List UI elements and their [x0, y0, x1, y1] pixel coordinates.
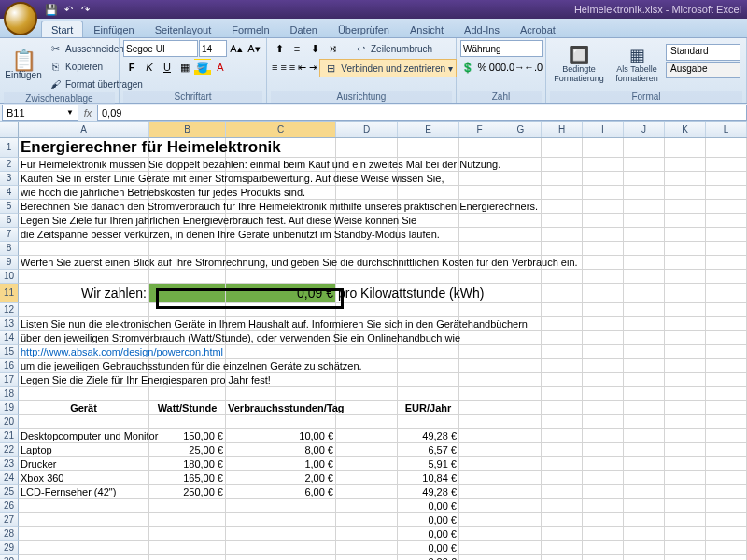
col-header-K[interactable]: K — [665, 122, 706, 137]
cell[interactable]: über den jeweiligen Stromverbrauch (Watt… — [19, 331, 149, 344]
cell[interactable] — [665, 373, 706, 386]
row-header-20[interactable]: 20 — [0, 415, 19, 429]
cell[interactable]: LCD-Fernseher (42") — [19, 485, 149, 498]
align-bottom-icon[interactable]: ⬇ — [306, 40, 323, 57]
row-header-15[interactable]: 15 — [0, 345, 19, 359]
row-header-8[interactable]: 8 — [0, 242, 19, 256]
cell[interactable] — [665, 158, 706, 171]
select-all-corner[interactable] — [0, 122, 19, 137]
cell[interactable] — [665, 499, 706, 512]
row-header-7[interactable]: 7 — [0, 228, 19, 242]
cell[interactable] — [624, 228, 665, 241]
cell[interactable] — [149, 387, 226, 400]
cell[interactable] — [459, 228, 500, 241]
cell[interactable] — [583, 471, 624, 484]
cell[interactable] — [459, 359, 500, 372]
align-middle-icon[interactable]: ≡ — [289, 40, 305, 57]
cell[interactable] — [624, 527, 665, 540]
cell[interactable] — [542, 359, 583, 372]
cell[interactable] — [19, 527, 149, 540]
cell[interactable] — [500, 513, 542, 526]
cell[interactable] — [706, 284, 747, 302]
cell[interactable] — [336, 401, 398, 414]
cell[interactable] — [336, 541, 398, 554]
row-header-5[interactable]: 5 — [0, 200, 19, 214]
cell[interactable]: 5,91 € — [398, 457, 459, 470]
cell[interactable] — [624, 186, 665, 199]
cell[interactable]: Berechnen Sie danach den Stromverbrauch … — [19, 200, 149, 213]
row-header-14[interactable]: 14 — [0, 331, 19, 345]
cell[interactable] — [542, 443, 583, 456]
cell[interactable] — [665, 471, 706, 484]
cell[interactable] — [624, 200, 665, 213]
cell[interactable] — [500, 527, 542, 540]
cell[interactable] — [583, 499, 624, 512]
cell[interactable] — [583, 303, 624, 316]
comma-icon[interactable]: 000 — [489, 59, 506, 76]
cell[interactable] — [542, 172, 583, 185]
cell[interactable] — [459, 172, 500, 185]
cell[interactable] — [706, 359, 747, 372]
tab-start[interactable]: Start — [41, 21, 83, 37]
cell[interactable] — [583, 228, 624, 241]
cell[interactable] — [583, 527, 624, 540]
cell[interactable] — [706, 214, 747, 227]
cell[interactable] — [624, 555, 665, 560]
cell[interactable] — [706, 270, 747, 283]
cell[interactable] — [19, 303, 149, 316]
align-right-icon[interactable]: ≡ — [289, 59, 296, 76]
tab-acrobat[interactable]: Acrobat — [510, 21, 566, 37]
cell[interactable] — [706, 256, 747, 269]
cell[interactable] — [398, 415, 459, 428]
cell[interactable] — [624, 485, 665, 498]
fx-icon[interactable]: fx — [78, 107, 97, 119]
cell[interactable] — [226, 499, 336, 512]
cell[interactable] — [336, 242, 398, 255]
cell[interactable] — [149, 415, 226, 428]
cell[interactable] — [624, 331, 665, 344]
cell[interactable] — [624, 256, 665, 269]
cell[interactable] — [583, 284, 624, 302]
cell[interactable] — [706, 415, 747, 428]
row-header-28[interactable]: 28 — [0, 527, 19, 541]
cell[interactable] — [459, 527, 500, 540]
cell[interactable] — [226, 303, 336, 316]
cell[interactable] — [500, 303, 542, 316]
row-header-9[interactable]: 9 — [0, 256, 19, 270]
cell[interactable] — [336, 471, 398, 484]
cell[interactable] — [459, 471, 500, 484]
row-header-25[interactable]: 25 — [0, 485, 19, 499]
cell[interactable] — [500, 373, 542, 386]
cell[interactable] — [706, 443, 747, 456]
cell[interactable]: 180,00 € — [149, 457, 226, 470]
row-header-12[interactable]: 12 — [0, 303, 19, 317]
cell[interactable] — [500, 471, 542, 484]
cell[interactable] — [459, 345, 500, 358]
cell[interactable] — [336, 527, 398, 540]
row-header-13[interactable]: 13 — [0, 317, 19, 331]
cell[interactable] — [665, 415, 706, 428]
cell[interactable] — [500, 284, 542, 302]
cell[interactable] — [706, 331, 747, 344]
cell[interactable] — [624, 172, 665, 185]
cell[interactable] — [542, 387, 583, 400]
cell[interactable] — [542, 270, 583, 283]
cell[interactable] — [583, 256, 624, 269]
col-header-C[interactable]: C — [226, 122, 336, 137]
cell[interactable] — [459, 303, 500, 316]
cell[interactable] — [226, 555, 336, 560]
cell[interactable] — [500, 499, 542, 512]
cell[interactable] — [542, 457, 583, 470]
cell[interactable] — [706, 186, 747, 199]
cell[interactable]: 49,28 € — [398, 485, 459, 498]
cell[interactable] — [336, 345, 398, 358]
cell[interactable] — [336, 186, 398, 199]
cell[interactable] — [706, 373, 747, 386]
cell[interactable] — [665, 214, 706, 227]
cell[interactable] — [583, 200, 624, 213]
indent-dec-icon[interactable]: ⇤ — [297, 59, 307, 76]
cell[interactable] — [336, 373, 398, 386]
cell[interactable] — [459, 401, 500, 414]
cell[interactable] — [665, 256, 706, 269]
row-header-2[interactable]: 2 — [0, 158, 19, 172]
